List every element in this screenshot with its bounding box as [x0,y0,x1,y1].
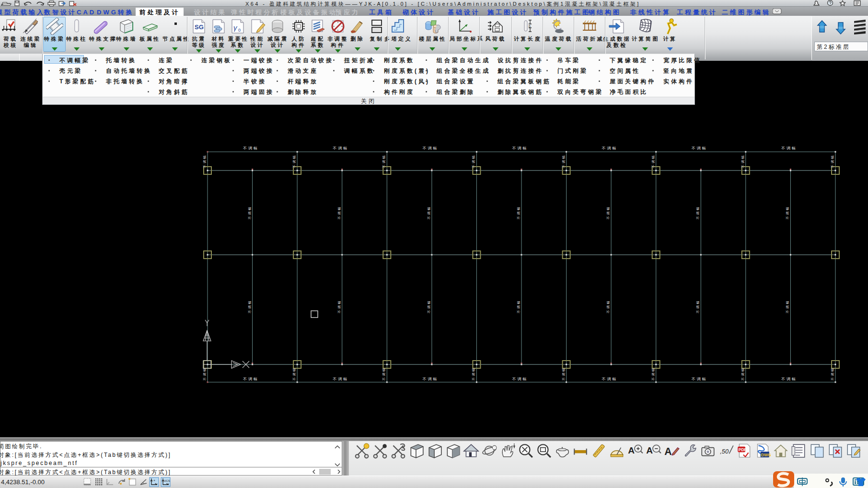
svg-text:SG: SG [195,23,204,31]
svg-text:UCS: UCS [164,479,170,482]
svg-text:不调幅: 不调幅 [517,300,521,314]
svg-text:不调幅: 不调幅 [333,377,348,381]
svg-text:不调幅: 不调幅 [602,146,618,150]
svg-text:不调幅: 不调幅 [248,300,252,314]
svg-text:不调幅: 不调幅 [512,377,528,381]
svg-text:不调幅: 不调幅 [203,154,207,168]
svg-text:不调幅: 不调幅 [203,367,207,381]
svg-text:不调幅: 不调幅 [333,146,348,150]
svg-text:不调幅: 不调幅 [786,300,789,314]
svg-text:A: A [646,445,653,455]
svg-text:不调幅: 不调幅 [472,367,475,381]
svg-text:不调幅: 不调幅 [696,300,700,314]
svg-text:不调幅: 不调幅 [422,146,438,150]
svg-text:不调幅: 不调幅 [243,146,259,150]
svg-text:不调幅: 不调幅 [781,146,797,150]
svg-text:不调幅: 不调幅 [427,206,431,220]
svg-text:6: 6 [529,24,531,28]
svg-text:不调幅: 不调幅 [243,377,259,381]
svg-text:0: 0 [238,28,241,33]
svg-text:,50: ,50 [720,448,729,455]
svg-text:A: A [664,446,671,457]
svg-text:不调幅: 不调幅 [741,367,745,381]
svg-text:PDF: PDF [739,447,747,452]
svg-text:不调幅: 不调幅 [696,206,700,220]
svg-text:不调幅: 不调幅 [422,377,438,381]
svg-text:不调幅: 不调幅 [472,154,475,168]
svg-text:不调幅: 不调幅 [248,206,252,220]
svg-text:不调幅: 不调幅 [562,154,566,168]
svg-text:不调幅: 不调幅 [517,206,521,220]
svg-text:不调幅: 不调幅 [337,300,341,314]
svg-text:不调幅: 不调幅 [602,377,618,381]
svg-text:不调幅: 不调幅 [292,154,296,168]
svg-text:不调幅: 不调幅 [692,146,707,150]
svg-text:不调幅: 不调幅 [786,206,789,220]
svg-text:不调幅: 不调幅 [337,206,341,220]
svg-text:不调幅: 不调幅 [651,367,655,381]
svg-text:不调幅: 不调幅 [292,367,296,381]
svg-text:不调幅: 不调幅 [427,300,431,314]
svg-text:不调幅: 不调幅 [831,367,834,381]
svg-text:不调幅: 不调幅 [382,367,386,381]
svg-text:不调幅: 不调幅 [831,154,834,168]
svg-text:不调幅: 不调幅 [781,377,797,381]
svg-text:不调幅: 不调幅 [741,154,745,168]
svg-text:不调幅: 不调幅 [606,300,610,314]
svg-text:A: A [628,445,635,455]
svg-text:不调幅: 不调幅 [651,154,655,168]
svg-text:不调幅: 不调幅 [562,367,566,381]
svg-text:不调幅: 不调幅 [382,154,386,168]
svg-text:DWG: DWG [761,453,771,457]
svg-text:+: + [153,479,155,482]
svg-text:不调幅: 不调幅 [606,206,610,220]
svg-text:不调幅: 不调幅 [692,377,707,381]
svg-text:不调幅: 不调幅 [512,146,528,150]
